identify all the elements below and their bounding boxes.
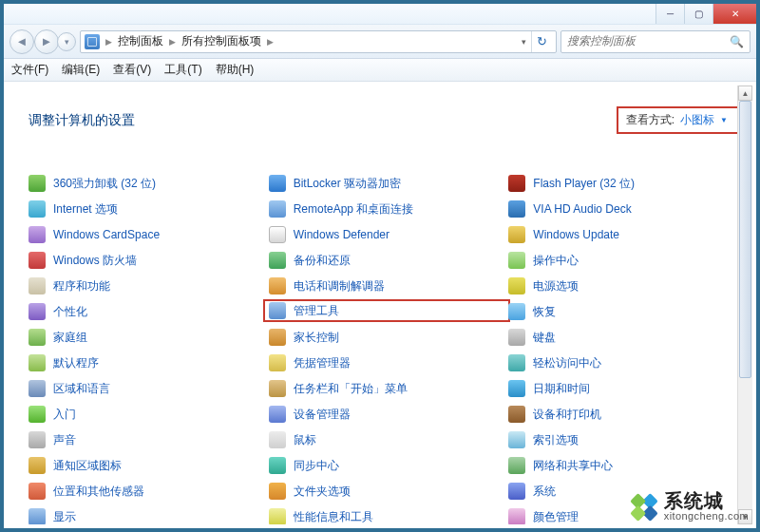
item-label[interactable]: 鼠标 <box>294 432 316 448</box>
control-panel-item-admin-tools[interactable]: 管理工具 <box>267 301 505 320</box>
menu-tools[interactable]: 工具(T) <box>164 62 201 78</box>
control-panel-item[interactable]: 文件夹选项 <box>269 482 500 501</box>
control-panel-item[interactable]: Windows Update <box>508 225 739 244</box>
control-panel-item[interactable]: Flash Player (32 位) <box>508 174 739 193</box>
control-panel-item[interactable]: 区域和语言 <box>28 379 259 398</box>
refresh-button[interactable]: ↻ <box>531 31 552 52</box>
item-label[interactable]: 家庭组 <box>53 330 87 346</box>
control-panel-item[interactable]: 程序和功能 <box>28 276 259 295</box>
item-label[interactable]: 程序和功能 <box>53 278 110 294</box>
address-dropdown-button[interactable]: ▾ <box>519 37 529 47</box>
close-button[interactable]: ✕ <box>712 4 756 24</box>
item-label[interactable]: 360强力卸载 (32 位) <box>53 176 156 192</box>
breadcrumb-separator[interactable]: ▶ <box>267 37 274 47</box>
item-label[interactable]: 默认程序 <box>53 355 99 371</box>
scroll-thumb[interactable] <box>739 101 751 378</box>
breadcrumb-separator[interactable]: ▶ <box>105 37 112 47</box>
search-input[interactable]: 搜索控制面板 🔍 <box>560 30 750 53</box>
item-label[interactable]: 操作中心 <box>533 253 579 269</box>
item-label[interactable]: 个性化 <box>53 304 87 320</box>
item-label[interactable]: 键盘 <box>533 330 556 346</box>
control-panel-item[interactable]: Internet 选项 <box>28 200 259 218</box>
item-label[interactable]: Windows Defender <box>294 228 390 241</box>
item-label[interactable]: 恢复 <box>533 304 556 320</box>
control-panel-item[interactable]: 电话和调制解调器 <box>269 276 500 295</box>
control-panel-item[interactable]: 设备和打印机 <box>508 405 739 424</box>
control-panel-item[interactable]: 家长控制 <box>269 328 500 347</box>
item-label[interactable]: 任务栏和「开始」菜单 <box>294 381 408 397</box>
item-label[interactable]: 索引选项 <box>533 432 579 448</box>
control-panel-item[interactable]: 设备管理器 <box>269 405 500 424</box>
control-panel-item[interactable]: 轻松访问中心 <box>508 353 739 372</box>
control-panel-item[interactable]: 备份和还原 <box>269 251 500 270</box>
control-panel-item[interactable]: 个性化 <box>28 302 259 321</box>
item-label[interactable]: Windows 防火墙 <box>53 253 137 269</box>
control-panel-item[interactable]: 日期和时间 <box>508 379 739 398</box>
item-label[interactable]: Windows CardSpace <box>53 228 160 241</box>
item-label[interactable]: 区域和语言 <box>53 381 110 397</box>
item-label[interactable]: 管理工具 <box>294 303 339 319</box>
item-label[interactable]: 显示 <box>53 509 76 525</box>
item-label[interactable]: Windows Update <box>533 228 619 241</box>
item-label[interactable]: 家长控制 <box>294 330 339 346</box>
item-label[interactable]: 备份和还原 <box>294 253 351 269</box>
control-panel-item[interactable]: 性能信息和工具 <box>269 507 500 524</box>
item-label[interactable]: 凭据管理器 <box>294 355 351 371</box>
address-bar[interactable]: ▶ 控制面板 ▶ 所有控制面板项 ▶ ▾ ↻ <box>80 30 557 53</box>
control-panel-item[interactable]: BitLocker 驱动器加密 <box>269 174 500 193</box>
scroll-down-button[interactable]: ▼ <box>738 509 752 524</box>
control-panel-item[interactable]: 颜色管理 <box>508 507 739 524</box>
control-panel-item[interactable]: 显示 <box>28 507 259 524</box>
control-panel-item[interactable]: 恢复 <box>508 302 739 321</box>
control-panel-item[interactable]: 通知区域图标 <box>28 456 259 475</box>
control-panel-item[interactable]: 同步中心 <box>269 456 500 475</box>
control-panel-item[interactable]: Windows CardSpace <box>28 225 259 244</box>
menu-edit[interactable]: 编辑(E) <box>62 62 100 78</box>
item-label[interactable]: 日期和时间 <box>533 381 590 397</box>
item-label[interactable]: Internet 选项 <box>53 201 118 218</box>
item-label[interactable]: Flash Player (32 位) <box>533 176 635 192</box>
control-panel-item[interactable]: 位置和其他传感器 <box>28 482 259 501</box>
item-label[interactable]: 文件夹选项 <box>294 484 351 500</box>
minimize-button[interactable]: ─ <box>656 4 684 24</box>
control-panel-item[interactable]: 360强力卸载 (32 位) <box>28 174 259 193</box>
control-panel-item[interactable]: 家庭组 <box>28 328 259 347</box>
item-label[interactable]: 位置和其他传感器 <box>53 484 144 500</box>
breadcrumb-root[interactable]: 控制面板 <box>118 33 163 49</box>
item-label[interactable]: 系统 <box>533 484 556 500</box>
menu-view[interactable]: 查看(V) <box>113 62 151 78</box>
maximize-button[interactable]: ▢ <box>684 4 712 24</box>
menu-file[interactable]: 文件(F) <box>11 62 48 78</box>
control-panel-item[interactable]: Windows Defender <box>269 225 500 244</box>
control-panel-item[interactable]: 键盘 <box>508 328 739 347</box>
item-label[interactable]: 性能信息和工具 <box>294 509 373 525</box>
control-panel-item[interactable]: 鼠标 <box>269 430 500 449</box>
scroll-track[interactable] <box>738 101 752 509</box>
control-panel-item[interactable]: 网络和共享中心 <box>508 456 739 475</box>
back-button[interactable]: ◄ <box>10 29 34 54</box>
control-panel-item[interactable]: 索引选项 <box>508 430 739 449</box>
item-label[interactable]: 网络和共享中心 <box>533 458 613 474</box>
item-label[interactable]: 通知区域图标 <box>53 458 122 474</box>
control-panel-item[interactable]: VIA HD Audio Deck <box>508 200 739 218</box>
control-panel-item[interactable]: 系统 <box>508 482 739 501</box>
item-label[interactable]: 电话和调制解调器 <box>294 278 385 294</box>
menu-help[interactable]: 帮助(H) <box>216 62 255 78</box>
item-label[interactable]: 入门 <box>53 407 76 423</box>
forward-button[interactable]: ► <box>34 29 59 54</box>
control-panel-item[interactable]: Windows 防火墙 <box>28 251 259 270</box>
item-label[interactable]: 设备管理器 <box>294 407 351 423</box>
control-panel-item[interactable]: 默认程序 <box>28 353 259 372</box>
item-label[interactable]: 电源选项 <box>533 278 579 294</box>
item-label[interactable]: RemoteApp 和桌面连接 <box>294 201 414 218</box>
breadcrumb-separator[interactable]: ▶ <box>169 37 176 47</box>
scroll-up-button[interactable]: ▲ <box>738 86 752 101</box>
control-panel-item[interactable]: RemoteApp 和桌面连接 <box>269 200 500 218</box>
item-label[interactable]: 声音 <box>53 432 76 448</box>
breadcrumb-current[interactable]: 所有控制面板项 <box>181 33 261 49</box>
recent-locations-button[interactable]: ▾ <box>57 32 76 51</box>
item-label[interactable]: 设备和打印机 <box>533 407 601 423</box>
control-panel-item[interactable]: 声音 <box>28 430 259 449</box>
view-mode-selector[interactable]: 查看方式: 小图标 ▼ <box>617 106 739 134</box>
item-label[interactable]: BitLocker 驱动器加密 <box>294 176 401 192</box>
